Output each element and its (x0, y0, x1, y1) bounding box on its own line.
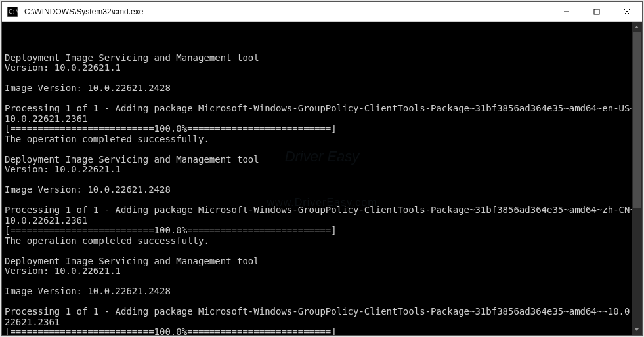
terminal-line: The operation completed successfully. (5, 236, 639, 247)
svg-text:C:\: C:\ (9, 9, 18, 15)
close-icon (624, 6, 630, 18)
terminal-line: Deployment Image Servicing and Managemen… (5, 256, 639, 267)
titlebar[interactable]: C:\ C:\WINDOWS\System32\cmd.exe (2, 2, 642, 22)
terminal-line (5, 297, 639, 307)
terminal-line: Processing 1 of 1 - Adding package Micro… (5, 205, 639, 226)
terminal-line: Processing 1 of 1 - Adding package Micro… (5, 307, 639, 327)
terminal-line (5, 195, 639, 206)
terminal-line: [==========================100.0%=======… (5, 124, 639, 134)
window-controls (551, 2, 642, 21)
scroll-thumb[interactable] (633, 32, 641, 208)
chevron-up-icon (634, 24, 639, 30)
terminal-line: Version: 10.0.22621.1 (5, 63, 639, 73)
terminal-line: Version: 10.0.22621.1 (5, 165, 639, 175)
terminal-line: Image Version: 10.0.22621.2428 (5, 287, 639, 297)
maximize-icon (593, 6, 600, 18)
terminal-line: [==========================100.0%=======… (5, 327, 639, 335)
terminal-line (5, 175, 639, 186)
terminal-line: Version: 10.0.22621.1 (5, 266, 639, 277)
terminal-line: The operation completed successfully. (5, 134, 639, 145)
chevron-down-icon (634, 327, 639, 332)
scroll-up-button[interactable] (632, 22, 642, 32)
svg-rect-4 (594, 9, 599, 14)
scroll-track[interactable] (632, 32, 642, 325)
terminal-output[interactable]: Driver Easy www.DriverEasy.com Deploymen… (2, 22, 642, 335)
vertical-scrollbar[interactable] (632, 22, 642, 335)
terminal-line (5, 94, 639, 104)
terminal-line: Processing 1 of 1 - Adding package Micro… (5, 104, 639, 124)
svg-marker-7 (635, 26, 639, 28)
terminal-line (5, 144, 639, 155)
terminal-line (5, 277, 639, 287)
terminal-line: Image Version: 10.0.22621.2428 (5, 83, 639, 94)
minimize-button[interactable] (551, 2, 582, 21)
svg-marker-8 (635, 328, 639, 331)
window-title: C:\WINDOWS\System32\cmd.exe (23, 7, 551, 16)
scroll-down-button[interactable] (632, 325, 642, 335)
terminal-line: [==========================100.0%=======… (5, 226, 639, 236)
cmd-icon: C:\ (2, 7, 23, 17)
terminal-line: Deployment Image Servicing and Managemen… (5, 53, 639, 64)
terminal-line (5, 73, 639, 84)
terminal-line (5, 246, 639, 256)
maximize-button[interactable] (582, 2, 612, 21)
minimize-icon (563, 6, 570, 18)
terminal-line: Image Version: 10.0.22621.2428 (5, 185, 639, 195)
close-button[interactable] (612, 2, 642, 21)
cmd-window: C:\ C:\WINDOWS\System32\cmd.exe (1, 1, 643, 336)
terminal-line: Deployment Image Servicing and Managemen… (5, 155, 639, 165)
